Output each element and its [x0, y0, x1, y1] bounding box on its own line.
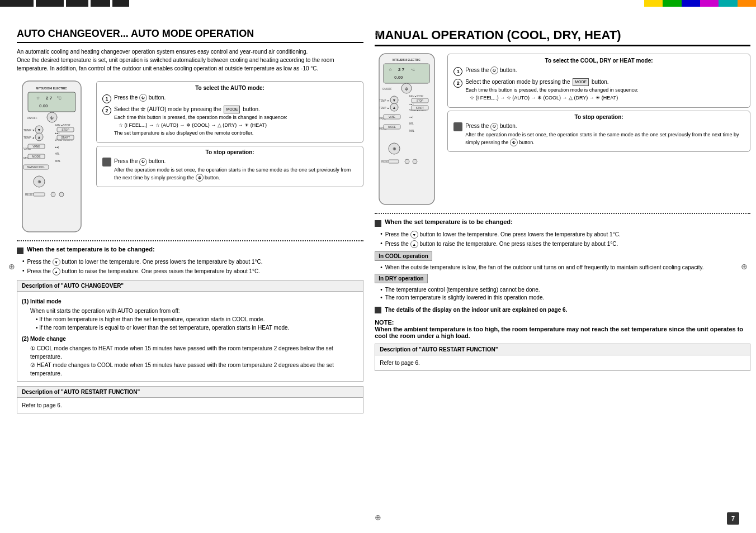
- initial-mode-item-0: When unit starts the operation with AUTO…: [22, 307, 358, 315]
- svg-text:SWING/COOL: SWING/COOL: [27, 165, 45, 169]
- remote-svg-left: MITSUBISHI ELECTRIC ☆ 2 7 °C 0.00 ON/OFF…: [17, 78, 87, 235]
- crosshair-left: ⊕: [8, 262, 15, 271]
- color-bar-cyan: [719, 0, 737, 7]
- auto-section-wrap: MITSUBISHI ELECTRIC ☆ 2 7 °C 0.00 ON/OFF…: [17, 78, 363, 236]
- svg-text:0.00: 0.00: [39, 103, 48, 108]
- on-off-icon-stop: ⏻: [139, 158, 147, 166]
- svg-text:°C: °C: [57, 96, 62, 100]
- mode-change-item-0: ① COOL mode changes to HEAT mode when 15…: [22, 344, 358, 361]
- step-r1-content: Press the ⏻ button.: [465, 66, 744, 74]
- step-1-right: 1 Press the ⏻ button.: [453, 66, 744, 76]
- crosshair-bottom: ⊕: [375, 513, 381, 522]
- svg-text:●●|: ●●|: [55, 145, 59, 149]
- step-r2-seq: ☆ (I FEEL...) → ☆ (AUTO) → ❄ (COOL) → △ …: [465, 95, 618, 101]
- svg-point-78: [413, 159, 417, 164]
- remote-svg-right: MITSUBISHI ELECTRIC ☆ 2 7 °C 0.00 ON/OFF…: [375, 51, 439, 207]
- top-bar-right: [644, 0, 756, 7]
- step-2-auto: 2 Select the ☆ (AUTO) mode by pressing t…: [102, 106, 357, 137]
- svg-text:TEMP ▼: TEMP ▼: [379, 99, 389, 102]
- stop-step-right: Press the ⏻ button. After the operation …: [453, 122, 744, 146]
- step2-middle: (AUTO) mode by pressing the: [147, 106, 221, 112]
- stop-step-label: Press the: [114, 158, 138, 164]
- temp-change-header: When the set temperature is to be change…: [17, 246, 363, 255]
- desc-restart-title-right: Description of "AUTO RESTART FUNCTION": [375, 344, 750, 355]
- dotted-sep-right: [375, 213, 750, 214]
- stop-step-content: Press the ⏻ button. After the operation …: [114, 158, 357, 182]
- svg-text:MITSUBISHI ELECTRIC: MITSUBISHI ELECTRIC: [36, 87, 67, 90]
- in-cool-section: In COOL operation • When the outside tem…: [375, 251, 750, 270]
- note-title: NOTE:: [375, 319, 394, 326]
- bar-seg-5: [112, 0, 129, 7]
- page-container: ⊕ AUTO CHANGEOVER... AUTO MODE OPERATION…: [0, 0, 756, 533]
- crosshair-top: ⊕: [375, 29, 381, 38]
- color-bar-purple: [700, 0, 719, 7]
- select-auto-box: To select the AUTO mode: 1 Press the ⏻ b…: [96, 81, 363, 143]
- remote-image-left: MITSUBISHI ELECTRIC ☆ 2 7 °C 0.00 ON/OFF…: [17, 78, 89, 236]
- select-mode-title: To select the COOL, DRY or HEAT mode:: [453, 58, 744, 64]
- step-1-content: Press the ⏻ button.: [114, 94, 357, 102]
- temp-item-text-1: Press the ▼ button to lower the temperat…: [27, 258, 263, 266]
- step-2-right: 2 Select the operation mode by pressing …: [453, 78, 744, 102]
- step-2-content: Select the ☆ (AUTO) mode by pressing the…: [114, 106, 357, 137]
- right-section-title: MANUAL OPERATION (COOL, DRY, HEAT): [375, 28, 750, 46]
- select-mode-box: To select the COOL, DRY or HEAT mode: 1 …: [447, 54, 750, 108]
- svg-text:●●|: ●●|: [409, 116, 413, 118]
- desc-restart-title-left: Description of "AUTO RESTART FUNCTION": [17, 387, 363, 398]
- crosshair-right: ⊕: [741, 262, 748, 271]
- down-btn-icon: ▼: [53, 258, 60, 266]
- stop-note-r: After the operation mode is set once, th…: [465, 132, 739, 145]
- svg-rect-38: [34, 193, 45, 196]
- step-r2-content: Select the operation mode by pressing th…: [465, 78, 744, 102]
- color-bar-green: [663, 0, 681, 7]
- mode-change-item-1: ② HEAT mode changes to COOL mode when 15…: [22, 361, 358, 378]
- right-instructions: To select the COOL, DRY or HEAT mode: 1 …: [447, 51, 750, 208]
- svg-point-77: [405, 159, 409, 164]
- main-content: AUTO CHANGEOVER... AUTO MODE OPERATION A…: [17, 22, 739, 418]
- svg-text:▼: ▼: [37, 128, 41, 132]
- stop-op-box-left: To stop operation: Press the ⏻ button. A…: [96, 146, 363, 187]
- dotted-sep-left: [17, 240, 363, 241]
- temp-item-2-right: • Press the ▲ button to raise the temper…: [375, 240, 750, 248]
- stop-op-box-right: To stop operation: Press the ⏻ button. A…: [447, 111, 750, 152]
- svg-text:▼: ▼: [393, 98, 396, 102]
- on-off-icon-stop-r: ⏻: [490, 123, 498, 131]
- intro-para-1: An automatic cooling and heating changeo…: [17, 47, 363, 73]
- in-dry-title: In DRY operation: [375, 274, 428, 283]
- temp-change-title-left: When the set temperature is to be change…: [27, 246, 155, 253]
- step-num-r1: 1: [453, 67, 462, 76]
- step2-suffix: button.: [243, 106, 260, 112]
- stop-content-r: Press the ⏻ button. After the operation …: [465, 122, 744, 146]
- step2-note2: The set temperature is also displayed on…: [114, 130, 253, 136]
- intro-text-2: Once the desired temperature is set, uni…: [17, 57, 334, 72]
- step1-suffix: button.: [149, 94, 166, 101]
- svg-text:ON/OFF: ON/OFF: [27, 116, 37, 120]
- stop-title-left: To stop operation:: [102, 149, 357, 155]
- svg-rect-43: [384, 64, 429, 83]
- step-1-auto: 1 Press the ⏻ button.: [102, 94, 357, 103]
- temp-item-1-left: • Press the ▼ button to lower the temper…: [17, 258, 363, 266]
- svg-text:⏻: ⏻: [405, 87, 408, 91]
- svg-point-40: [59, 192, 64, 197]
- step1-label: Press the: [114, 94, 138, 101]
- initial-mode-item-2: • If the room temperature is equal to or…: [22, 323, 358, 332]
- bar-seg-4: [91, 0, 110, 7]
- in-cool-title: In COOL operation: [375, 251, 432, 261]
- svg-text:⏻: ⏻: [50, 116, 54, 120]
- svg-text:ON/OFF: ON/OFF: [382, 88, 392, 91]
- svg-text:HR.: HR.: [55, 152, 60, 155]
- remote-image-right: MITSUBISHI ELECTRIC ☆ 2 7 °C 0.00 ON/OFF…: [375, 51, 442, 208]
- initial-mode-item-1: • If the room temperature is higher than…: [22, 315, 358, 323]
- bar-seg-2: [36, 0, 64, 7]
- svg-text:●●○: ●●○: [55, 131, 60, 135]
- svg-text:MITSUBISHI ELECTRIC: MITSUBISHI ELECTRIC: [393, 59, 421, 61]
- svg-text:2 7: 2 7: [46, 96, 53, 101]
- stop-step-suffix: button.: [149, 158, 166, 164]
- desc-restart-content-left: Refer to page 6.: [17, 398, 363, 413]
- step2-label: Select the: [114, 106, 139, 112]
- svg-point-39: [51, 192, 55, 197]
- up-btn-icon-r: ▲: [410, 240, 418, 248]
- up-btn-icon: ▲: [53, 268, 60, 275]
- bar-seg-1: [0, 0, 34, 7]
- temp-change-right: When the set temperature is to be change…: [375, 218, 750, 248]
- svg-text:⊕: ⊕: [37, 179, 41, 184]
